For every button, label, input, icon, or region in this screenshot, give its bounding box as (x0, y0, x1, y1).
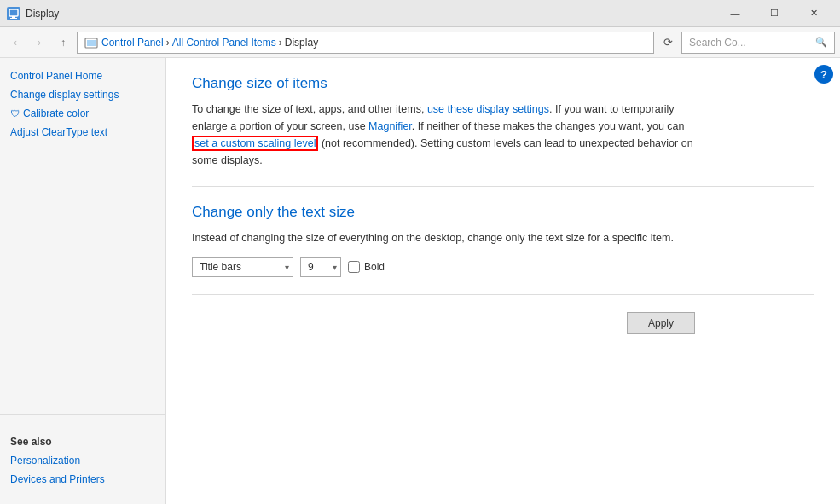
minimize-button[interactable]: — (715, 0, 755, 27)
sidebar-bottom: See also Personalization Devices and Pri… (0, 401, 165, 495)
forward-button[interactable]: › (29, 32, 49, 53)
change-text-body: Instead of changing the size of everythi… (192, 229, 695, 246)
search-box[interactable]: Search Co... 🔍 (681, 32, 835, 54)
item-type-select[interactable]: Title bars Icons Menus Message boxes Pal… (192, 257, 293, 277)
sidebar-divider (0, 414, 165, 415)
apply-section: Apply (192, 312, 695, 334)
font-size-select[interactable]: 6 7 8 9 10 11 12 (300, 257, 341, 277)
bold-label: Bold (364, 261, 385, 273)
display-window-icon (7, 7, 20, 20)
apply-button[interactable]: Apply (627, 312, 695, 334)
sidebar: Control Panel Home Change display settin… (0, 58, 166, 504)
change-size-section: Change size of items To change the size … (192, 75, 814, 169)
bold-checkbox[interactable] (348, 261, 360, 273)
sidebar-item-cleartype[interactable]: Adjust ClearType text (0, 123, 165, 142)
change-size-text: To change the size of text, apps, and ot… (192, 101, 695, 169)
sidebar-item-devices-printers[interactable]: Devices and Printers (0, 470, 165, 489)
svg-rect-4 (87, 40, 96, 46)
section-divider-1 (192, 186, 814, 187)
search-icon: 🔍 (815, 37, 827, 48)
maximize-button[interactable]: ☐ (755, 0, 794, 27)
path-part-2: All Control Panel Items (172, 37, 276, 49)
sidebar-item-calibrate-color[interactable]: 🛡 Calibrate color (0, 104, 165, 123)
display-settings-link[interactable]: use these display settings (427, 103, 549, 115)
sidebar-item-personalization[interactable]: Personalization (0, 451, 165, 470)
help-button[interactable]: ? (814, 65, 833, 84)
path-part-1: Control Panel (101, 37, 164, 49)
bold-checkbox-label[interactable]: Bold (348, 261, 385, 273)
up-button[interactable]: ↑ (53, 32, 73, 53)
magnifier-link[interactable]: Magnifier (368, 120, 412, 132)
change-size-title: Change size of items (192, 75, 814, 92)
change-text-title: Change only the text size (192, 204, 814, 221)
refresh-button[interactable]: ⟳ (658, 32, 678, 53)
custom-scaling-link[interactable]: set a custom scaling level (192, 136, 318, 151)
address-bar: ‹ › ↑ Control Panel › All Control Panel … (0, 27, 840, 58)
svg-rect-2 (10, 18, 17, 19)
section-divider-2 (192, 294, 814, 295)
text-after-link2: . If neither of these makes the changes … (412, 120, 685, 132)
item-type-select-wrapper: Title bars Icons Menus Message boxes Pal… (192, 257, 293, 277)
back-button[interactable]: ‹ (5, 32, 26, 53)
close-button[interactable]: ✕ (794, 0, 833, 27)
title-bar-left: Display (7, 7, 59, 20)
shield-icon: 🛡 (10, 108, 20, 119)
window-controls: — ☐ ✕ (715, 0, 833, 27)
sidebar-item-control-panel-home[interactable]: Control Panel Home (0, 67, 165, 85)
text-size-controls: Title bars Icons Menus Message boxes Pal… (192, 257, 814, 277)
see-also-label: See also (0, 422, 165, 451)
search-placeholder: Search Co... (689, 37, 746, 49)
svg-rect-1 (12, 16, 15, 18)
path-part-3: Display (285, 37, 318, 49)
font-size-select-wrapper: 6 7 8 9 10 11 12 (300, 257, 341, 277)
main-container: Control Panel Home Change display settin… (0, 58, 840, 504)
content-area: ? Change size of items To change the siz… (166, 58, 840, 504)
svg-rect-0 (9, 9, 18, 16)
text-before-link1: To change the size of text, apps, and ot… (192, 103, 424, 115)
address-path[interactable]: Control Panel › All Control Panel Items … (77, 32, 654, 54)
sidebar-item-change-display[interactable]: Change display settings (0, 85, 165, 104)
change-text-section: Change only the text size Instead of cha… (192, 204, 814, 277)
window-title: Display (26, 8, 59, 20)
title-bar: Display — ☐ ✕ (0, 0, 840, 27)
